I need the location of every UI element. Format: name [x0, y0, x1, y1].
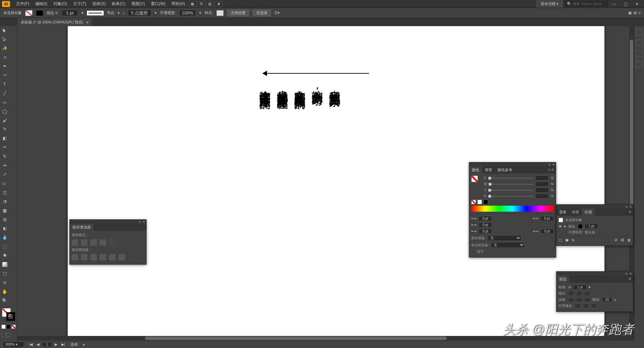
ctrl-icon-3[interactable]: ≡ — [639, 11, 641, 15]
expand-icon[interactable]: ▸ — [564, 224, 566, 228]
menu-help[interactable]: 帮助(H) — [169, 0, 188, 7]
panel-titlebar[interactable]: « × — [469, 162, 556, 166]
corner-bevel-icon[interactable] — [584, 297, 590, 302]
trim-icon[interactable] — [81, 254, 87, 260]
v-spacing-input[interactable] — [479, 222, 492, 227]
color-guide-tab[interactable]: 颜色参考 — [495, 166, 515, 173]
magic-wand-tool[interactable]: ✨ — [1, 45, 9, 52]
ctrl-icon-2[interactable]: ⊞ — [634, 11, 637, 15]
cap-butt-icon[interactable] — [568, 291, 574, 296]
eyedropper-tool[interactable]: 💧 — [1, 234, 9, 241]
fill-stroke-mini[interactable] — [471, 176, 481, 200]
spacing-input-3[interactable] — [479, 229, 492, 234]
exclude-icon[interactable] — [100, 239, 106, 246]
menu-window[interactable]: 窗口(W) — [148, 0, 168, 7]
hand-tool[interactable]: ✋ — [1, 288, 9, 295]
appearance-tab[interactable]: 外观 — [582, 209, 595, 216]
outline-icon[interactable] — [109, 254, 115, 260]
duplicate-icon[interactable]: ⊞ — [621, 238, 624, 242]
column-graph-tool[interactable]: 📊 — [1, 261, 9, 268]
free-transform-tool[interactable]: ◫ — [1, 189, 9, 196]
transform-tab[interactable]: 变换 — [556, 209, 569, 216]
vertical-scroll-thumb[interactable] — [630, 40, 633, 207]
panel-menu-icon[interactable]: ›› ≡ — [546, 166, 556, 173]
brush-dropdown-icon[interactable]: ▾ — [155, 11, 157, 15]
m-slider[interactable] — [489, 184, 533, 185]
delete-icon[interactable]: 🗑 — [627, 238, 631, 242]
clear-icon[interactable]: ⊘ — [614, 238, 618, 242]
eraser-tool[interactable]: ◧ — [1, 135, 9, 142]
y-slider[interactable] — [488, 190, 533, 191]
fill-swatch[interactable] — [25, 10, 33, 16]
stroke-swatch[interactable] — [36, 10, 43, 16]
fill-stroke-indicator[interactable] — [1, 307, 16, 322]
m-input[interactable] — [535, 182, 549, 187]
scale-select[interactable]: 无 — [491, 242, 525, 248]
panel-collapse-icon[interactable]: « — [626, 272, 628, 276]
minimize-button[interactable]: — — [609, 1, 619, 7]
zoom-tool[interactable]: 🔍 — [1, 297, 9, 304]
menu-effect[interactable]: 效果(C) — [109, 0, 128, 7]
selection-tool[interactable] — [1, 27, 9, 33]
width-tool[interactable]: ▷ — [1, 180, 9, 187]
perspective-grid-tool[interactable]: ▦ — [1, 207, 9, 214]
screen-mode-full[interactable] — [6, 333, 11, 337]
panel-collapse-icon[interactable]: « — [626, 205, 628, 209]
c-input[interactable] — [535, 176, 549, 181]
vertical-text-block[interactable]: 当我们用直排文字工具 输入多列文字时， 文字的顺序是从右往左排列的， 也就是阅读… — [259, 81, 340, 102]
rectangle-tool[interactable]: ▭ — [1, 99, 9, 106]
dock-icon-2[interactable] — [636, 40, 643, 46]
appearance-swatch[interactable] — [558, 218, 563, 222]
artboard-tool[interactable]: ▢ — [1, 270, 9, 277]
panel-collapse-icon[interactable]: « — [139, 220, 141, 224]
white-swatch[interactable] — [477, 200, 482, 204]
merge-icon[interactable] — [91, 254, 97, 260]
ligature-checkbox[interactable]: ✓ — [471, 250, 475, 254]
k-slider[interactable] — [488, 196, 533, 197]
style-swatch[interactable] — [216, 10, 224, 16]
arrowhead-select[interactable]: 无 — [488, 235, 521, 241]
stroke-weight-input[interactable] — [61, 10, 78, 16]
arrange-icon[interactable]: ▥ — [206, 1, 214, 7]
zoom-select[interactable]: 200% ▾ — [3, 342, 23, 347]
menu-edit[interactable]: 编辑(I) — [33, 0, 50, 7]
expand-button[interactable] — [109, 239, 115, 246]
black-swatch[interactable] — [483, 200, 488, 204]
line-tool[interactable]: ╱ — [1, 90, 9, 96]
add-stroke-icon[interactable]: ▢ — [558, 238, 562, 242]
color-spectrum[interactable] — [471, 206, 554, 212]
pencil-tool[interactable]: ✎ — [1, 126, 9, 133]
panel-menu-icon[interactable]: ≡ — [627, 276, 633, 283]
menu-select[interactable]: 选择(S) — [90, 0, 108, 7]
fill-mini[interactable] — [471, 176, 478, 182]
workspace-select[interactable]: 基本功能 ▾ — [536, 0, 563, 7]
bridge-icon[interactable]: ▦ — [189, 1, 197, 7]
dock-icon-4[interactable] — [636, 61, 643, 68]
align-tab[interactable]: 对齐 — [569, 209, 582, 216]
direct-selection-tool[interactable] — [1, 36, 9, 43]
menu-type[interactable]: 文字(T) — [70, 0, 89, 7]
color-mode-none[interactable] — [11, 325, 16, 329]
y-input[interactable] — [535, 188, 549, 193]
last-artboard-icon[interactable]: ▶| — [60, 342, 66, 347]
h-spacing-input-2[interactable] — [540, 216, 554, 221]
visibility-icon[interactable]: 👁 — [558, 224, 562, 228]
maximize-button[interactable]: ▢ — [621, 1, 631, 7]
cap-round-icon[interactable] — [576, 291, 582, 296]
scale-tool[interactable]: ⤢ — [1, 171, 9, 178]
first-artboard-icon[interactable]: |◀ — [28, 342, 34, 347]
color-tab[interactable]: 颜色 — [469, 166, 482, 173]
corner-round-icon[interactable] — [576, 297, 582, 302]
type-tool[interactable]: T — [1, 81, 9, 87]
ctrl-icon-1[interactable]: ▦ — [628, 11, 632, 15]
panel-close-icon[interactable]: × — [552, 163, 554, 166]
prev-artboard-icon[interactable]: ◀ — [35, 342, 41, 347]
intersect-icon[interactable] — [91, 239, 97, 246]
k-input[interactable] — [535, 194, 549, 199]
minus-back-icon[interactable] — [119, 254, 125, 260]
stroke-weight-dropdown-icon[interactable]: ▾ — [82, 11, 84, 15]
prefs-button[interactable]: 首选项 — [253, 9, 271, 16]
panel-close-icon[interactable]: × — [630, 205, 632, 209]
align-outside-icon[interactable] — [591, 303, 597, 308]
panel-close-icon[interactable]: × — [143, 220, 145, 224]
